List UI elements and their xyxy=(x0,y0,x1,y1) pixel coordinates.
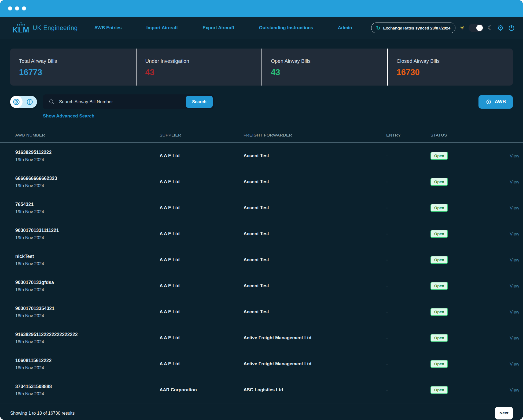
nav-item-label: Outstanding Instructions xyxy=(259,25,313,30)
circle-plus-icon xyxy=(485,99,492,105)
stat-value: 16730 xyxy=(397,68,513,77)
view-link[interactable]: View xyxy=(510,310,519,314)
show-advanced-search-link[interactable]: Show Advanced Search xyxy=(43,113,523,119)
window-control-dot[interactable] xyxy=(22,6,26,10)
status-cell: Open xyxy=(430,256,480,264)
awb-number-cell: 10608115612222 18th Nov 2024 xyxy=(15,358,160,370)
view-link[interactable]: View xyxy=(510,153,519,158)
nav-item-outstanding-instructions[interactable]: Outstanding Instructions xyxy=(259,25,313,31)
add-awb-button[interactable]: AWB xyxy=(478,95,513,109)
theme-toggle-knob xyxy=(476,25,483,31)
view-link[interactable]: View xyxy=(510,283,519,288)
alert-toggle-button[interactable] xyxy=(23,98,37,105)
awb-table: AWB NUMBER SUPPLIER FREIGHT FORWARDER EN… xyxy=(0,128,523,403)
exchange-rates-pill[interactable]: ↻ Exchange Rates synced 23/07/2024 xyxy=(371,23,456,33)
power-icon[interactable] xyxy=(508,24,515,31)
table-header-row: AWB NUMBER SUPPLIER FREIGHT FORWARDER EN… xyxy=(0,128,523,143)
column-header-entry: ENTRY xyxy=(386,133,430,138)
awb-number: 7654321 xyxy=(15,202,160,207)
nav-item-import-aircraft[interactable]: Import Aircraft xyxy=(146,25,178,31)
action-cell: View xyxy=(480,283,519,289)
awb-number: nickTest xyxy=(15,254,160,259)
window-control-dot[interactable] xyxy=(8,6,12,10)
table-row: 9030170133gfdsa 18th Nov 2024 A A E Ltd … xyxy=(0,273,523,299)
freight-forwarder-cell: Accent Test xyxy=(244,153,386,159)
status-cell: Open xyxy=(430,178,480,186)
view-link[interactable]: View xyxy=(510,388,519,392)
nav-item-export-aircraft[interactable]: Export Aircraft xyxy=(202,25,234,31)
table-footer: Showing 1 to 10 of 16730 results Next xyxy=(0,403,523,420)
awb-number-cell: nickTest 18th Nov 2024 xyxy=(15,254,160,266)
table-row: 91638295112222 19th Nov 2024 A A E Ltd A… xyxy=(0,143,523,169)
gear-icon[interactable]: ⚙ xyxy=(497,24,504,32)
search-box: Search xyxy=(43,94,214,109)
awb-date: 18th Nov 2024 xyxy=(15,339,160,344)
awb-date: 19th Nov 2024 xyxy=(15,209,160,214)
table-row: 90301701331111221 19th Nov 2024 A A E Lt… xyxy=(0,221,523,247)
status-badge: Open xyxy=(430,178,448,186)
freight-forwarder-cell: ASG Logistics Ltd xyxy=(244,387,386,393)
entry-cell: - xyxy=(386,335,430,341)
next-page-button[interactable]: Next xyxy=(495,407,513,419)
sun-icon: ☀ xyxy=(459,25,465,31)
awb-number-cell: 91638295112222 19th Nov 2024 xyxy=(15,150,160,162)
nav-item-awb-entries[interactable]: AWB Entries xyxy=(94,25,122,31)
search-button[interactable]: Search xyxy=(186,96,213,108)
entry-cell: - xyxy=(386,205,430,211)
klm-logo: KLM xyxy=(12,22,30,34)
nav-right-cluster: ↻ Exchange Rates synced 23/07/2024 ☀ ☾ ⚙ xyxy=(371,23,515,33)
eye-toggle-button[interactable] xyxy=(10,96,23,108)
view-link[interactable]: View xyxy=(510,205,519,210)
table-row: 37341531508888 18th Nov 2024 AAR Corpora… xyxy=(0,377,523,403)
supplier-cell: A A E Ltd xyxy=(160,283,244,289)
nav-item-admin[interactable]: Admin xyxy=(338,25,352,31)
search-input[interactable] xyxy=(58,99,184,105)
status-badge: Open xyxy=(430,334,448,342)
search-icon xyxy=(49,99,55,105)
brand-klm: KLM xyxy=(12,26,30,34)
entry-cell: - xyxy=(386,387,430,393)
stat-card: Total Airway Bills 16773 xyxy=(10,49,136,86)
action-cell: View xyxy=(480,153,519,159)
status-cell: Open xyxy=(430,360,480,368)
view-link[interactable]: View xyxy=(510,179,519,184)
awb-number: 916382951122222222222222 xyxy=(15,332,160,337)
window-control-dot[interactable] xyxy=(15,6,19,10)
awb-date: 18th Nov 2024 xyxy=(15,313,160,318)
awb-number-cell: 90301701331111221 19th Nov 2024 xyxy=(15,228,160,240)
table-row: 10608115612222 18th Nov 2024 A A E Ltd A… xyxy=(0,351,523,377)
view-link[interactable]: View xyxy=(510,231,519,236)
awb-number: 6666666666662323 xyxy=(15,176,160,181)
freight-forwarder-cell: Accent Test xyxy=(244,179,386,185)
awb-number-cell: 9030170133gfdsa 18th Nov 2024 xyxy=(15,280,160,292)
table-row: 916382951122222222222222 18th Nov 2024 A… xyxy=(0,325,523,351)
stats-cards: Total Airway Bills 16773 Under Investiga… xyxy=(10,49,513,86)
supplier-cell: A A E Ltd xyxy=(160,335,244,341)
stat-value: 43 xyxy=(145,68,262,77)
status-cell: Open xyxy=(430,152,480,160)
awb-number-cell: 6666666666662323 19th Nov 2024 xyxy=(15,176,160,188)
alert-icon xyxy=(26,98,33,105)
status-cell: Open xyxy=(430,204,480,212)
action-cell: View xyxy=(480,336,519,341)
table-row: 6666666666662323 19th Nov 2024 A A E Ltd… xyxy=(0,169,523,195)
awb-number: 10608115612222 xyxy=(15,358,160,363)
view-link[interactable]: View xyxy=(510,336,519,340)
view-link[interactable]: View xyxy=(510,257,519,262)
awb-number: 9030170133gfdsa xyxy=(15,280,160,285)
column-header-status: STATUS xyxy=(430,133,480,138)
status-badge: Open xyxy=(430,204,448,212)
titlebar xyxy=(0,0,523,17)
view-link[interactable]: View xyxy=(510,362,519,366)
freight-forwarder-cell: Accent Test xyxy=(244,231,386,237)
nav-bar: KLM UK Engineering AWB Entries Import Ai… xyxy=(0,17,523,39)
column-header-awb-number: AWB NUMBER xyxy=(15,133,160,138)
awb-date: 19th Nov 2024 xyxy=(15,157,160,162)
supplier-cell: A A E Ltd xyxy=(160,231,244,237)
stat-value: 43 xyxy=(271,68,387,77)
theme-toggle[interactable] xyxy=(469,24,484,32)
supplier-cell: A A E Ltd xyxy=(160,153,244,159)
table-row: nickTest 18th Nov 2024 A A E Ltd Accent … xyxy=(0,247,523,273)
freight-forwarder-cell: Accent Test xyxy=(244,309,386,315)
awb-date: 18th Nov 2024 xyxy=(15,391,160,396)
